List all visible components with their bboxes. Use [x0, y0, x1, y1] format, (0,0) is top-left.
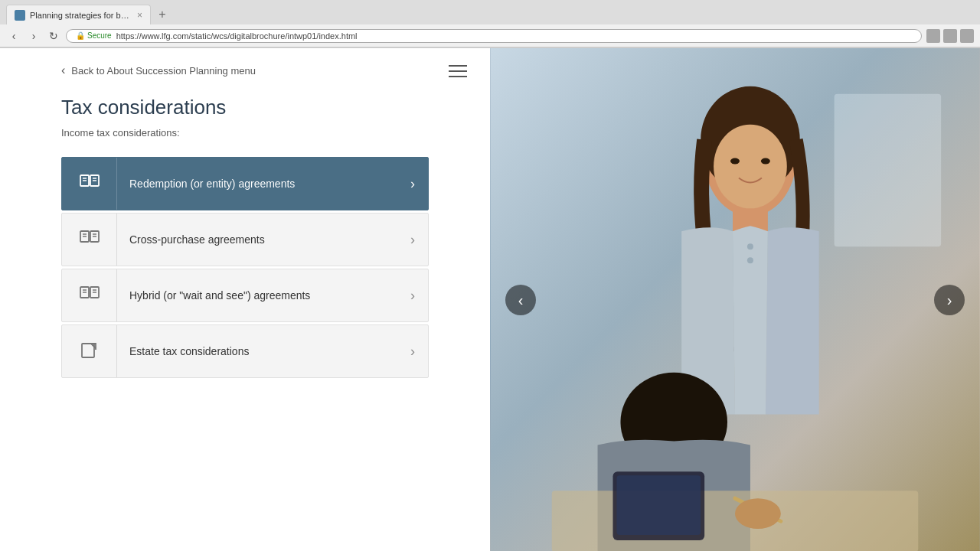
menu-item-icon-area-hybrid — [62, 269, 117, 321]
extensions-icon[interactable] — [943, 29, 957, 43]
menu-item-label-estate: Estate tax considerations — [117, 333, 397, 370]
address-field[interactable]: 🔒 Secure https://www.lfg.com/static/wcs/… — [66, 29, 922, 43]
document-split-icon — [77, 171, 102, 196]
page-wrapper: ‹ Back to About Succession Planning menu… — [0, 48, 980, 551]
document-external-icon — [77, 339, 102, 364]
hamburger-line-2 — [449, 70, 467, 72]
back-arrow-icon: ‹ — [61, 64, 65, 77]
svg-point-34 — [735, 498, 781, 529]
right-panel: ‹ › — [490, 48, 980, 551]
tab-bar: Planning strategies for busin... × + — [0, 0, 980, 24]
menu-chevron-cross: › — [397, 232, 428, 248]
url-text: https://www.lfg.com/static/wcs/digitalbr… — [116, 31, 358, 41]
document-cross-icon — [77, 227, 102, 252]
back-link-label: Back to About Succession Planning menu — [71, 65, 256, 77]
menu-item-estate[interactable]: Estate tax considerations › — [61, 324, 429, 378]
menu-chevron-hybrid: › — [397, 288, 428, 304]
menu-item-label-redemption: Redemption (or entity) agreements — [117, 165, 397, 202]
svg-point-26 — [761, 158, 770, 165]
menu-item-label-hybrid: Hybrid (or "wait and see") agreements — [117, 277, 397, 314]
menu-item-icon-area-cross — [62, 214, 117, 266]
menu-icon[interactable] — [960, 29, 974, 43]
address-bar: ‹ › ↻ 🔒 Secure https://www.lfg.com/stati… — [0, 24, 980, 47]
tab-favicon — [15, 10, 25, 21]
back-nav-button[interactable]: ‹ — [6, 28, 21, 44]
page-title: Tax considerations — [61, 96, 429, 119]
left-panel: ‹ Back to About Succession Planning menu… — [0, 48, 490, 551]
svg-point-25 — [730, 158, 740, 165]
secure-badge: 🔒 Secure — [76, 31, 112, 40]
menu-item-icon-area-estate — [62, 325, 117, 377]
document-hybrid-icon — [77, 283, 102, 308]
hamburger-line-1 — [449, 65, 467, 67]
background-image — [490, 48, 980, 551]
active-tab[interactable]: Planning strategies for busin... × — [6, 5, 151, 24]
toolbar-icons — [926, 29, 974, 43]
prev-arrow-button[interactable]: ‹ — [505, 285, 536, 315]
svg-point-27 — [747, 243, 753, 249]
forward-nav-button[interactable]: › — [26, 28, 41, 44]
next-arrow-button[interactable]: › — [934, 285, 965, 315]
menu-item-redemption[interactable]: Redemption (or entity) agreements › — [61, 157, 429, 210]
menu-item-icon-area-redemption — [62, 158, 117, 210]
back-link[interactable]: ‹ Back to About Succession Planning menu — [61, 64, 429, 77]
next-arrow-icon: › — [947, 292, 952, 309]
tab-close-button[interactable]: × — [137, 10, 142, 21]
svg-point-24 — [714, 125, 787, 209]
bookmark-icon[interactable] — [926, 29, 940, 43]
menu-item-cross-purchase[interactable]: Cross-purchase agreements › — [61, 213, 429, 266]
menu-item-label-cross: Cross-purchase agreements — [117, 221, 397, 258]
refresh-button[interactable]: ↻ — [46, 28, 61, 44]
menu-chevron-estate: › — [397, 344, 428, 360]
new-tab-button[interactable]: + — [154, 6, 171, 23]
svg-rect-35 — [835, 94, 942, 246]
tab-title: Planning strategies for busin... — [30, 11, 129, 20]
menu-item-hybrid[interactable]: Hybrid (or "wait and see") agreements › — [61, 269, 429, 322]
hamburger-line-3 — [449, 76, 467, 77]
hamburger-menu-button[interactable] — [449, 65, 467, 77]
prev-arrow-icon: ‹ — [518, 292, 524, 309]
page-subtitle: Income tax considerations: — [61, 127, 429, 139]
svg-point-28 — [747, 257, 753, 263]
menu-chevron-redemption: › — [397, 176, 428, 192]
menu-list: Redemption (or entity) agreements › — [61, 157, 429, 378]
svg-rect-32 — [616, 475, 701, 535]
browser-chrome: Planning strategies for busin... × + ‹ ›… — [0, 0, 980, 48]
